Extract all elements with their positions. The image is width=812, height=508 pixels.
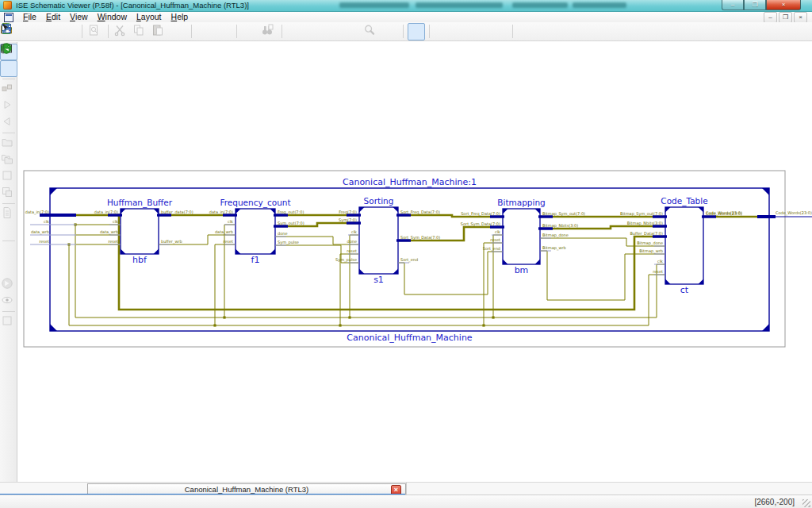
toolbar-separator [82, 25, 82, 38]
pin-label: clk [351, 229, 357, 234]
menu-items: FileEditViewWindowLayoutHelp [18, 12, 193, 22]
toolbar-separator [236, 25, 237, 38]
arrange-windows-button[interactable] [491, 23, 508, 40]
menu-window[interactable]: Window [93, 12, 132, 22]
tab-canonical-huffman-machine[interactable]: Canonical_Huffman_Machine (RTL3) × [87, 483, 406, 495]
blurred-text-blob [573, 2, 626, 8]
close-button[interactable]: × [766, 0, 801, 10]
menu-help[interactable]: Help [167, 12, 193, 22]
title-bar: ISE Schematic Viewer (P.58f) - [Canonica… [0, 0, 812, 12]
schematic-svg[interactable]: Canonical_Huffman_Machine:1Canonical_Huf… [17, 42, 812, 482]
pin-label: data_in(7:0) [94, 210, 118, 215]
schematic-canvas[interactable]: Canonical_Huffman_Machine:1Canonical_Huf… [17, 42, 812, 482]
minimize-button[interactable]: – [722, 0, 744, 10]
zoom-box-button[interactable] [343, 23, 361, 40]
context-help-button[interactable]: ? [536, 23, 553, 40]
blurred-text-blob [339, 2, 409, 8]
delete-button[interactable] [170, 23, 187, 40]
svg-text:?: ? [7, 26, 12, 35]
instance-label: f1 [251, 255, 260, 265]
cascade-windows-button[interactable] [434, 23, 451, 40]
pin-label: Bitmap_Nbits(3:0) [542, 223, 578, 229]
mdi-child-icon[interactable] [4, 13, 13, 22]
pin-label: buffer_data(7:0) [161, 210, 193, 215]
toolbar-separator [2, 79, 15, 79]
push-hierarchy-tool [0, 135, 17, 152]
menu-layout[interactable]: Layout [132, 12, 167, 22]
add-label-tool[interactable]: A [0, 222, 17, 239]
block-title: Sorting [364, 196, 394, 206]
pop-hierarchy-tool [0, 152, 17, 168]
history-forward-button [0, 276, 17, 293]
side-toolbar: A [0, 42, 17, 482]
tab-bar-edge [406, 483, 407, 495]
zoom-in-button[interactable] [286, 23, 304, 40]
prev-sheet-tool [0, 114, 17, 131]
toolbar-separator [429, 25, 430, 38]
pin-label: clk [228, 219, 233, 224]
pin-label: Sort_end [400, 257, 418, 263]
preferences-button[interactable] [517, 23, 534, 40]
schematic-view-tool[interactable] [0, 60, 17, 77]
resize-grip[interactable] [802, 499, 810, 507]
paste-button [151, 23, 168, 40]
toolbar-separator [2, 311, 15, 312]
maximize-button[interactable]: ❒ [744, 0, 766, 10]
print-button[interactable] [60, 23, 78, 40]
zoom-full-view-button[interactable] [324, 23, 342, 40]
toolbar-separator [403, 25, 404, 38]
zoom-out-button[interactable] [305, 23, 323, 40]
port-label: Code_Words(23:0) [776, 210, 812, 216]
zoom-previous-button [362, 23, 380, 40]
top-level-bottom-label: Canonical_Huffman_Machine [347, 333, 473, 343]
pin-label: Bitmap_wrb [639, 248, 663, 254]
pin-tool[interactable] [0, 243, 17, 260]
tile-horizontal-button[interactable] [453, 23, 470, 40]
toolbar-separator [2, 241, 15, 241]
view-sheet-button[interactable] [381, 23, 399, 40]
window-controls: – ❒ × [722, 0, 801, 10]
next-sheet-tool [0, 98, 17, 114]
find-button[interactable] [241, 23, 259, 40]
pin-label: reset [347, 248, 357, 253]
pin-label: data_wrb [215, 229, 233, 235]
document-tab-bar: Canonical_Huffman_Machine (RTL3) × [0, 482, 812, 495]
pin-label: Sym_out(7:0) [278, 221, 304, 226]
mdi-close-button[interactable]: × [794, 12, 807, 23]
instance-label: s1 [373, 275, 384, 285]
print-preview-button [86, 23, 104, 40]
open-button[interactable] [22, 23, 40, 40]
pin-label: Sort_Sym_Data(7:0) [461, 221, 500, 227]
zoom-area-tool[interactable] [408, 23, 425, 40]
port-label: data_in(7:0) [25, 210, 49, 215]
undo-button[interactable] [196, 23, 213, 40]
pin-label: clk [657, 259, 663, 264]
cut-button [113, 23, 130, 40]
save-button[interactable] [41, 23, 59, 40]
pin-label: data_in(7:0) [209, 210, 233, 215]
marker-tool[interactable] [0, 330, 17, 347]
instance-label: bm [515, 265, 529, 275]
page-setup-tool [0, 206, 17, 222]
find-next-button [260, 23, 278, 40]
tile-vertical-button[interactable] [472, 23, 489, 40]
pin-label: Sort_end [483, 246, 500, 252]
pin-label: data_wrb [100, 229, 118, 235]
menu-edit[interactable]: Edit [41, 12, 65, 22]
redo-button[interactable] [215, 23, 232, 40]
mdi-minimize-button[interactable]: – [764, 12, 777, 23]
pin-label: done [278, 231, 287, 236]
pin-label: Sort_Freq_Data(7:0) [400, 210, 440, 215]
tab-label: Canonical_Huffman_Machine (RTL3) [185, 485, 308, 494]
toolbar-separator [2, 203, 15, 204]
pin-label: Freq_out(7:0) [278, 210, 304, 215]
pin-label: Sort_Freq_Data(7:0) [461, 211, 500, 217]
block-title: Frequency_count [220, 198, 290, 208]
menu-file[interactable]: File [18, 12, 41, 22]
history-back-button[interactable] [0, 260, 17, 276]
pin-label: Bitmap_wrb [542, 245, 566, 251]
mdi-restore-button[interactable]: ❒ [779, 12, 792, 23]
select-box-a-tool [0, 168, 17, 185]
mdi-window-controls: – ❒ × [764, 12, 807, 23]
menu-view[interactable]: View [65, 12, 93, 22]
